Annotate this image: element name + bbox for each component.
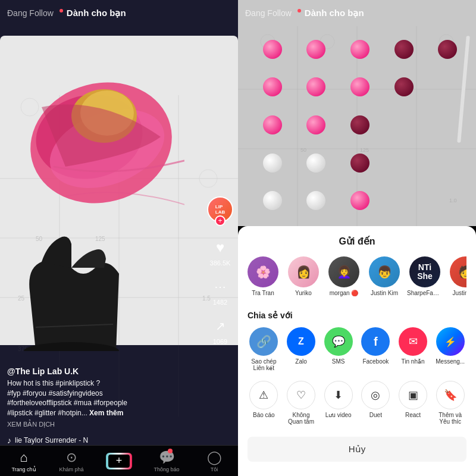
explore-icon: ⊙: [66, 450, 77, 465]
nav-home[interactable]: ⌂ Trang chủ: [0, 450, 48, 472]
translate-button[interactable]: XEM BẢN DỊCH: [7, 421, 202, 428]
friend-item-3[interactable]: 👦 Justin Kim: [369, 256, 400, 296]
favorite-icon: 🔖: [436, 381, 465, 409]
glove-hand: [12, 220, 131, 351]
copylink-label: Sao chépLiên kết: [251, 358, 276, 371]
right-foryou-tab[interactable]: Dành cho bạn: [305, 8, 364, 18]
duet-label: Duet: [369, 412, 382, 418]
share-sheet: Gửi đến 🌸 Tra Tran 👩 Yuriko 👩‍🦱 morgan 🔴: [238, 226, 476, 476]
friend-name-4: SharpeFamilySingers: [407, 290, 443, 296]
more-option-favorite[interactable]: 🔖 Thêm vàYêu thíc: [434, 381, 466, 425]
save-label: Lưu video: [325, 412, 352, 418]
share-option-messenger[interactable]: ⚡ Messeng...: [434, 327, 466, 371]
dot-pink: [306, 115, 325, 134]
nav-profile[interactable]: ◯ Tôi: [190, 450, 238, 472]
right-following-tab[interactable]: Đang Follow: [245, 8, 292, 18]
react-label: React: [405, 412, 421, 418]
dots-grid: [253, 33, 467, 217]
dot-pink: [350, 40, 369, 59]
report-label: Báo cáo: [253, 412, 275, 418]
more-option-react[interactable]: ▣ React: [397, 381, 430, 425]
zalo-label: Zalo: [295, 358, 306, 365]
more-option-save[interactable]: ⬇ Lưu video: [322, 381, 355, 425]
share-option-message[interactable]: ✉ Tin nhắn: [397, 327, 430, 371]
dot-white: [263, 154, 282, 173]
notinterested-icon: ♡: [287, 381, 315, 409]
explore-label: Khám phá: [59, 466, 83, 472]
friend-item-1[interactable]: 👩 Yuriko: [288, 256, 319, 296]
messenger-label: Messeng...: [436, 358, 465, 365]
friend-name-0: Tra Tran: [252, 290, 274, 296]
for-you-tab[interactable]: Dành cho bạn: [67, 8, 126, 18]
dot-pink: [263, 115, 282, 134]
dot-pink: [350, 191, 369, 210]
share-control[interactable]: ↗ 1069: [209, 315, 231, 345]
friend-name-1: Yuriko: [295, 290, 312, 296]
favorite-label: Thêm vàYêu thíc: [439, 412, 462, 425]
more-option-notinterested[interactable]: ♡ KhôngQuan tâm: [285, 381, 318, 425]
like-count: 386.5K: [210, 259, 231, 267]
right-controls: LIPLAB + ♥ 386.5K ⋯ 1482 ↗ 1069: [207, 196, 233, 345]
dot-darkred: [350, 154, 369, 173]
bottom-nav: ⌂ Trang chủ ⊙ Khám phá + 💬 Thông báo ◯ T…: [0, 445, 238, 476]
creator-avatar-wrapper[interactable]: LIPLAB +: [207, 196, 233, 223]
follow-plus-button[interactable]: +: [215, 215, 226, 226]
nav-inbox[interactable]: 💬 Thông báo: [143, 450, 190, 472]
notification-badge: [168, 449, 173, 453]
friend-item-2[interactable]: 👩‍🦱 morgan 🔴: [328, 256, 359, 296]
music-text: lie Taylor Surrender - N: [15, 436, 88, 444]
friend-name-2: morgan 🔴: [330, 290, 359, 296]
friend-name-3: Justin Kim: [371, 290, 398, 296]
messenger-icon: ⚡: [436, 327, 465, 356]
notinterested-label: KhôngQuan tâm: [288, 412, 314, 425]
share-option-copylink[interactable]: 🔗 Sao chépLiên kết: [248, 327, 280, 371]
following-tab[interactable]: Đang Follow: [7, 8, 54, 18]
lipstick-smear: [18, 48, 184, 238]
friend-name-5: Justin Vib: [452, 290, 466, 296]
share-option-sms[interactable]: 💬 SMS: [322, 327, 355, 371]
more-options-row: ⚠ Báo cáo ♡ KhôngQuan tâm ⬇ Lưu video ◎ …: [248, 381, 466, 425]
react-icon: ▣: [399, 381, 427, 409]
friend-item-4[interactable]: NTiShe SharpeFamilySingers: [409, 256, 440, 296]
dot-pink: [263, 77, 282, 96]
dot-pink: [306, 40, 325, 59]
save-icon: ⬇: [324, 381, 353, 409]
music-bar: ♪ lie Taylor Surrender - N: [7, 436, 231, 445]
share-option-facebook[interactable]: f Facebook: [359, 327, 392, 371]
right-video-bg: 50 125 1.0: [238, 0, 476, 226]
more-option-report[interactable]: ⚠ Báo cáo: [248, 381, 280, 425]
friend-avatar-4: NTiShe: [409, 256, 440, 287]
nav-explore[interactable]: ⊙ Khám phá: [48, 450, 95, 472]
message-icon: ✉: [399, 327, 427, 356]
video-info: @The Lip Lab U.K How hot is this #pinkli…: [7, 367, 202, 428]
home-icon: ⌂: [20, 450, 27, 465]
friend-item-0[interactable]: 🌸 Tra Tran: [248, 256, 278, 296]
share-options-row: 🔗 Sao chépLiên kết Z Zalo 💬 SMS: [248, 327, 466, 371]
friend-avatar-5: 🧑: [450, 256, 466, 287]
like-control[interactable]: ♥ 386.5K: [209, 237, 231, 267]
see-more-link[interactable]: Xem thêm: [89, 409, 123, 417]
friend-avatar-1: 👩: [288, 256, 319, 287]
friend-item-5[interactable]: 🧑 Justin Vib: [450, 256, 466, 296]
add-button[interactable]: +: [106, 453, 132, 469]
friend-avatar-3: 👦: [369, 256, 400, 287]
share-option-zalo[interactable]: Z Zalo: [285, 327, 318, 371]
zalo-icon: Z: [287, 327, 315, 356]
more-option-duet[interactable]: ◎ Duet: [359, 381, 392, 425]
creator-username[interactable]: @The Lip Lab U.K: [7, 367, 202, 376]
share-with-title: Chia sẻ với: [248, 311, 466, 320]
dot-darkred: [350, 115, 369, 134]
comment-control[interactable]: ⋯ 1482: [209, 276, 231, 306]
dot-pink: [263, 40, 282, 59]
add-icon: +: [108, 455, 130, 468]
dot-white: [263, 191, 282, 210]
cancel-button[interactable]: Hủy: [248, 437, 466, 462]
share-count: 1069: [213, 338, 227, 345]
right-video-panel: 50 125 1.0: [238, 0, 476, 476]
dot-pink: [306, 77, 325, 96]
right-top-nav: Đang Follow Dành cho bạn: [238, 0, 476, 26]
nav-separator-dot: [60, 9, 63, 12]
right-nav-dot: [298, 9, 301, 12]
nav-add[interactable]: +: [95, 453, 143, 469]
comment-count: 1482: [213, 299, 227, 306]
